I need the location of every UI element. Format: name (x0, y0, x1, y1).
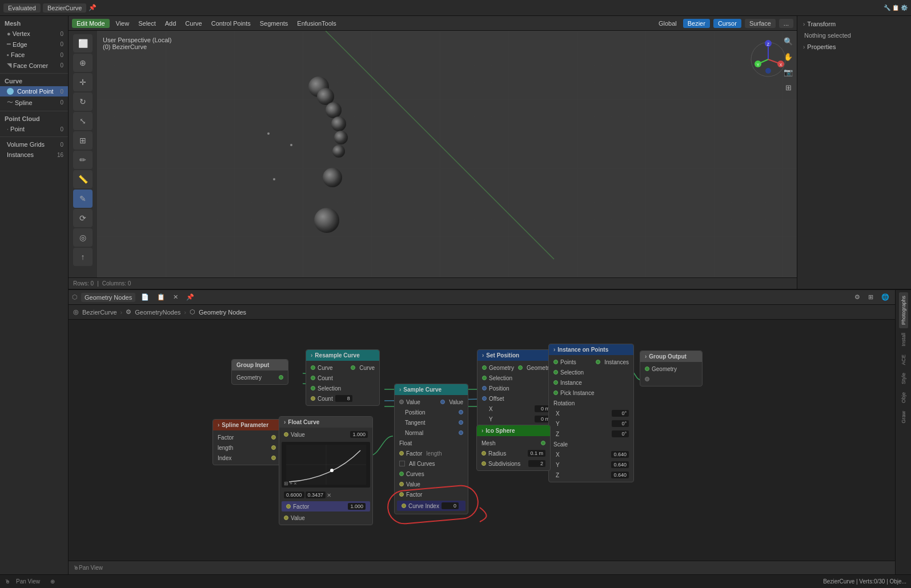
pin-node-btn[interactable]: 📌 (184, 292, 196, 302)
grid-view-btn[interactable]: ⊞ (781, 80, 795, 94)
close-node-btn[interactable]: ✕ (171, 292, 180, 302)
sc-position-out[interactable] (459, 410, 463, 414)
edit-mode-btn[interactable]: Edit Mode (72, 19, 110, 28)
iop-rot-y-field[interactable]: 0° (612, 420, 629, 427)
go-geometry-in[interactable] (645, 367, 649, 371)
sc-factor-out-socket[interactable] (399, 492, 404, 497)
sidebar-instances[interactable]: Instances 16 (0, 150, 68, 160)
bezier-btn[interactable]: Bezier (683, 19, 710, 28)
sp-geom-out[interactable] (518, 365, 523, 370)
camera-view-btn[interactable]: 📷 (781, 65, 795, 79)
resample-count-val-in[interactable] (311, 396, 315, 401)
viewport-3d[interactable]: Edit Mode View Select Add Curve Control … (69, 16, 797, 289)
more-btn[interactable]: ... (779, 19, 793, 28)
node-ico-sphere[interactable]: › Ico Sphere Mesh Radius 0.1 m (476, 425, 551, 471)
iop-instance-in[interactable] (553, 380, 558, 385)
sp-offset-in[interactable] (482, 396, 487, 401)
node-resample-curve[interactable]: › Resample Curve Curve Curve (306, 349, 380, 406)
sidebar-volume-grids[interactable]: Volume Grids 0 (0, 139, 68, 150)
node-globe-btn[interactable]: 🌐 (879, 292, 892, 302)
fc-value-field[interactable]: 1.000 (350, 431, 368, 438)
sidebar-edge[interactable]: ━ Edge 0 (0, 39, 68, 50)
object-name[interactable]: BezierCurve (43, 3, 87, 13)
fc-factor-in[interactable] (286, 504, 291, 509)
far-right-tab-graw[interactable]: Graw (899, 408, 908, 427)
sc-factor-in[interactable] (399, 451, 404, 456)
iop-rot-x-field[interactable]: 0° (612, 410, 629, 417)
properties-section[interactable]: › Properties (800, 41, 909, 53)
cursor-btn[interactable]: Cursor (713, 19, 741, 28)
iop-scale-x-field[interactable]: 0.640 (611, 451, 629, 458)
node-settings-btn[interactable]: ⚙ (852, 292, 862, 302)
sp-position-in[interactable] (482, 386, 487, 390)
iso-subdivisions-field[interactable]: 2 (528, 460, 545, 467)
far-right-tab-ace[interactable]: ACE (899, 351, 908, 369)
evaluated-dropdown[interactable]: Evaluated (3, 3, 41, 13)
rotate-tool[interactable]: ↻ (73, 92, 93, 111)
viewport-enfusion[interactable]: EnfusionTools (294, 19, 339, 28)
iop-rot-z-field[interactable]: 0° (612, 430, 629, 437)
canvas-area[interactable] (97, 31, 797, 277)
fc-val1-field[interactable]: 0.6000 (284, 492, 304, 498)
node-display-btn[interactable]: ⊞ (866, 292, 876, 302)
sc-value-out-socket[interactable] (399, 482, 404, 486)
far-right-tab-obje[interactable]: Obje (899, 389, 908, 406)
sidebar-face-corner[interactable]: ◥ Face Corner 0 (0, 60, 68, 71)
node-sample-curve[interactable]: › Sample Curve Value Value Positi (394, 384, 468, 514)
sc-curve-index-socket[interactable] (402, 504, 406, 508)
resample-selection-in[interactable] (311, 386, 315, 390)
sidebar-vertex[interactable]: ● Vertex 0 (0, 29, 68, 39)
far-right-tab-photos[interactable]: Photographs (899, 292, 908, 328)
resample-count-field[interactable]: 8 (335, 395, 352, 402)
copy-btn[interactable]: 📋 (155, 292, 167, 302)
draw-tool[interactable]: ✎ (73, 190, 93, 208)
sc-normal-out[interactable] (459, 430, 463, 435)
new-btn[interactable]: 📄 (139, 292, 151, 302)
sidebar-control-point[interactable]: Control Point 0 (0, 86, 68, 96)
viewport-add[interactable]: Add (162, 19, 179, 28)
sidebar-spline[interactable]: 〜 Spline 0 (0, 96, 68, 108)
zoom-in-btn[interactable]: 🔍 (781, 34, 795, 48)
transform-tool[interactable]: ⊞ (73, 131, 93, 150)
measure-tool[interactable]: 📏 (73, 170, 93, 188)
iso-radius-field[interactable]: 0.1 m (528, 450, 545, 457)
iso-radius-in[interactable] (481, 451, 486, 456)
fc-close-icon[interactable]: ✕ (327, 492, 331, 498)
viewport-control-points[interactable]: Control Points (208, 19, 254, 28)
node-float-curve[interactable]: › Float Curve Value 1.000 (279, 416, 373, 525)
viewport-view[interactable]: View (113, 19, 133, 28)
radius-tool[interactable]: ◎ (73, 228, 93, 247)
node-spline-parameter[interactable]: › Spline Parameter Factor length (212, 419, 281, 465)
iso-mesh-out[interactable] (541, 441, 545, 445)
scale-tool[interactable]: ⤡ (73, 112, 93, 130)
select-box-tool[interactable]: ⬜ (73, 34, 93, 53)
sp-selection-in[interactable] (482, 376, 487, 380)
surface-btn[interactable]: Surface (745, 19, 776, 28)
far-right-tab-style[interactable]: Style (899, 369, 908, 388)
node-instance-on-points[interactable]: › Instance on Points Points Instances (548, 344, 634, 482)
far-right-tab-install[interactable]: Install (899, 329, 908, 350)
sidebar-face[interactable]: ▪ Face 0 (0, 50, 68, 60)
viewport-global[interactable]: Global (656, 19, 680, 28)
iop-selection-in[interactable] (553, 370, 558, 374)
annotate-tool[interactable]: ✏ (73, 151, 93, 169)
sc-value-out[interactable] (440, 400, 445, 404)
iop-points-in[interactable] (553, 360, 558, 364)
go-empty-in[interactable] (645, 377, 649, 381)
iop-pick-in[interactable] (553, 390, 558, 395)
splp-factor-out[interactable] (271, 435, 276, 440)
node-group-input[interactable]: Group Input Geometry (231, 359, 288, 385)
tilt-tool[interactable]: ⟳ (73, 209, 93, 227)
resample-curve-in[interactable] (311, 365, 315, 370)
sc-value-in[interactable] (399, 400, 404, 404)
move-tool[interactable]: ✛ (73, 73, 93, 91)
geometry-out-socket[interactable] (279, 375, 283, 380)
iop-scale-z-field[interactable]: 0.640 (611, 472, 629, 478)
sc-curves-in[interactable] (399, 472, 404, 476)
sp-geom-in[interactable] (482, 365, 487, 370)
viewport-segments[interactable]: Segments (257, 19, 291, 28)
sc-check[interactable] (399, 461, 405, 466)
fc-val2-field[interactable]: 0.3437 (306, 492, 326, 498)
extrude-tool[interactable]: ↑ (73, 248, 93, 266)
hand-tool[interactable]: ✋ (781, 50, 795, 63)
